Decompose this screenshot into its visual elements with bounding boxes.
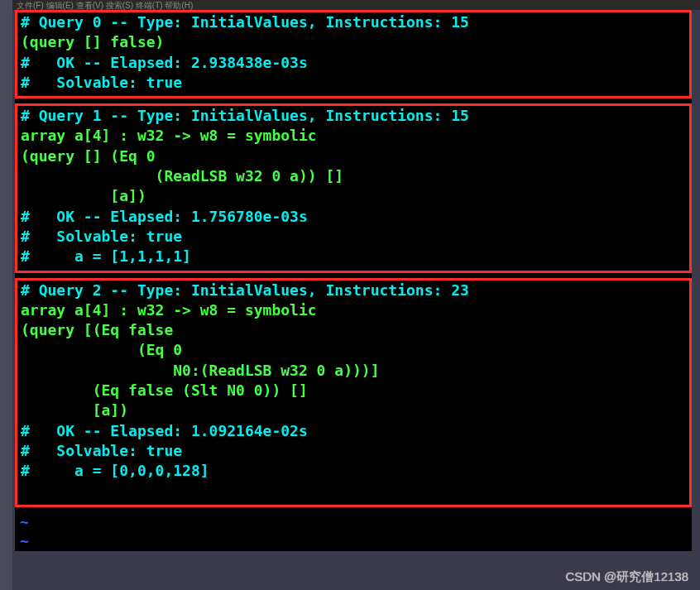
query-body-line: array a[4] : w32 -> w8 = symbolic xyxy=(21,126,686,146)
query-block-1: # Query 1 -- Type: InitialValues, Instru… xyxy=(15,103,692,272)
csdn-watermark: CSDN @研究僧12138 xyxy=(565,569,688,585)
query-body-line: [a]) xyxy=(21,401,686,420)
query-solvable: # Solvable: true xyxy=(21,441,686,461)
desktop-left-strip xyxy=(0,0,12,590)
query-result: # a = [1,1,1,1] xyxy=(21,247,686,266)
query-solvable: # Solvable: true xyxy=(21,73,686,93)
query-block-0: # Query 0 -- Type: InitialValues, Instru… xyxy=(15,10,692,98)
query-ok: # OK -- Elapsed: 1.092164e-02s xyxy=(21,421,686,441)
query-block-2: # Query 2 -- Type: InitialValues, Instru… xyxy=(15,278,692,507)
query-body-line: (query [] (Eq 0 xyxy=(21,146,686,166)
blank-line xyxy=(21,482,686,501)
query-header: # Query 2 -- Type: InitialValues, Instru… xyxy=(21,281,686,300)
query-body-line: [a]) xyxy=(21,186,686,206)
query-solvable: # Solvable: true xyxy=(21,227,686,247)
terminal-content[interactable]: # Query 0 -- Type: InitialValues, Instru… xyxy=(15,10,692,551)
query-body-line: (Eq 0 xyxy=(21,340,686,360)
query-body-line: N0:(ReadLSB w32 0 a)))] xyxy=(21,361,686,381)
query-ok: # OK -- Elapsed: 2.938438e-03s xyxy=(21,53,686,73)
vim-tilde: ~ xyxy=(15,512,692,531)
query-body-line: (ReadLSB w32 0 a)) [] xyxy=(21,166,686,186)
query-body-line: array a[4] : w32 -> w8 = symbolic xyxy=(21,300,686,320)
query-header: # Query 0 -- Type: InitialValues, Instru… xyxy=(21,12,686,32)
query-result: # a = [0,0,0,128] xyxy=(21,461,686,481)
query-body-line: (query [] false) xyxy=(21,32,686,52)
vim-tilde: ~ xyxy=(15,531,692,550)
query-body-line: (query [(Eq false xyxy=(21,320,686,340)
query-header: # Query 1 -- Type: InitialValues, Instru… xyxy=(21,106,686,126)
terminal-window: # Query 0 -- Type: InitialValues, Instru… xyxy=(15,10,692,551)
window-menubar[interactable]: 文件(F) 编辑(E) 查看(V) 搜索(S) 终端(T) 帮助(H) xyxy=(0,0,700,10)
query-body-line: (Eq false (Slt N0 0)) [] xyxy=(21,381,686,401)
query-ok: # OK -- Elapsed: 1.756780e-03s xyxy=(21,207,686,227)
